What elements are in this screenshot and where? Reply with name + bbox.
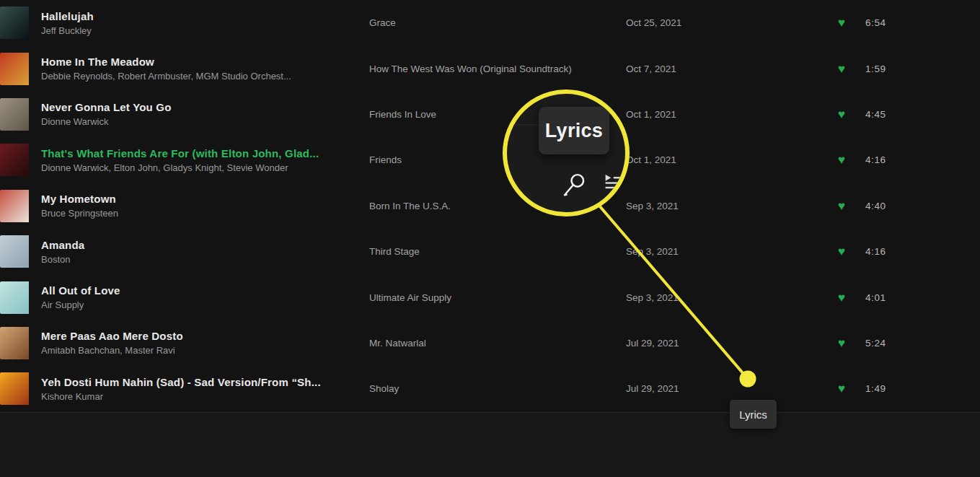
date-added: Oct 1, 2021 <box>626 154 838 165</box>
track-list: Hallelujah Jeff Buckley Grace Oct 25, 20… <box>0 0 980 412</box>
track-duration: 1:49 <box>865 383 909 394</box>
album-art[interactable] <box>0 327 29 359</box>
track-artists[interactable]: Debbie Reynolds, Robert Armbuster, MGM S… <box>41 71 369 82</box>
track-row[interactable]: Hallelujah Jeff Buckley Grace Oct 25, 20… <box>0 0 980 45</box>
album-art[interactable] <box>0 372 29 405</box>
date-added: Sep 3, 2021 <box>626 292 838 303</box>
magnified-lyrics-microphone-icon <box>560 172 586 199</box>
track-title[interactable]: Hallelujah <box>41 10 369 22</box>
track-row[interactable]: Mere Paas Aao Mere Dosto Amitabh Bachcha… <box>0 320 980 366</box>
album-art[interactable] <box>0 6 29 39</box>
album-art[interactable] <box>0 281 29 314</box>
liked-heart-icon[interactable]: ♥ <box>838 245 865 258</box>
track-info: Hallelujah Jeff Buckley <box>41 10 369 36</box>
album-art[interactable] <box>0 235 29 268</box>
date-added: Sep 3, 2021 <box>626 201 838 211</box>
liked-heart-icon[interactable]: ♥ <box>838 337 865 349</box>
track-info: Home In The Meadow Debbie Reynolds, Robe… <box>41 56 369 82</box>
track-row[interactable]: All Out of Love Air Supply Ultimate Air … <box>0 274 980 320</box>
track-title[interactable]: That's What Friends Are For (with Elton … <box>41 147 369 159</box>
track-duration: 4:16 <box>865 246 909 257</box>
track-title[interactable]: Yeh Dosti Hum Nahin (Sad) - Sad Version/… <box>41 376 369 388</box>
magnified-lyrics-tooltip: Lyrics <box>539 107 609 154</box>
liked-heart-icon[interactable]: ♥ <box>838 17 865 29</box>
player-bar: ♥ <box>0 412 980 477</box>
track-info: Mere Paas Aao Mere Dosto Amitabh Bachcha… <box>41 330 369 356</box>
album-art[interactable] <box>0 53 29 85</box>
track-info: All Out of Love Air Supply <box>41 284 369 310</box>
track-title[interactable]: My Hometown <box>41 193 369 205</box>
track-title[interactable]: Mere Paas Aao Mere Dosto <box>41 330 369 342</box>
track-title[interactable]: Never Gonna Let You Go <box>41 101 369 113</box>
track-duration: 4:40 <box>865 201 909 211</box>
date-added: Oct 25, 2021 <box>626 17 838 28</box>
album-name[interactable]: Mr. Natwarlal <box>369 338 626 349</box>
track-row[interactable]: My Hometown Bruce Springsteen Born In Th… <box>0 183 980 229</box>
track-artists[interactable]: Dionne Warwick, Elton John, Gladys Knigh… <box>41 162 369 173</box>
track-title[interactable]: Amanda <box>41 239 369 251</box>
track-duration: 5:24 <box>865 338 909 349</box>
track-duration: 4:01 <box>865 292 909 303</box>
liked-heart-icon[interactable]: ♥ <box>838 382 865 395</box>
album-name[interactable]: Sholay <box>369 383 626 394</box>
track-info: Amanda Boston <box>41 239 369 265</box>
album-name[interactable]: Grace <box>369 17 626 28</box>
track-info: Yeh Dosti Hum Nahin (Sad) - Sad Version/… <box>41 376 369 402</box>
date-added: Jul 29, 2021 <box>626 338 838 349</box>
spotify-app: Hallelujah Jeff Buckley Grace Oct 25, 20… <box>0 0 980 477</box>
date-added: Sep 3, 2021 <box>626 246 838 257</box>
track-artists[interactable]: Dionne Warwick <box>41 116 369 127</box>
track-duration: 4:16 <box>865 154 909 165</box>
track-artists[interactable]: Boston <box>41 254 369 265</box>
track-duration: 4:45 <box>865 109 909 120</box>
lyrics-tooltip: Lyrics <box>730 400 777 429</box>
track-artists[interactable]: Amitabh Bachchan, Master Ravi <box>41 345 369 356</box>
track-info: That's What Friends Are For (with Elton … <box>41 147 369 173</box>
album-name[interactable]: How The West Was Won (Original Soundtrac… <box>369 64 626 74</box>
liked-heart-icon[interactable]: ♥ <box>838 63 865 75</box>
track-row[interactable]: Yeh Dosti Hum Nahin (Sad) - Sad Version/… <box>0 366 980 411</box>
date-added: Jul 29, 2021 <box>626 383 838 394</box>
track-duration: 6:54 <box>865 17 909 28</box>
track-artists[interactable]: Air Supply <box>41 299 369 310</box>
track-info: My Hometown Bruce Springsteen <box>41 193 369 219</box>
date-added: Oct 1, 2021 <box>626 109 838 120</box>
track-artists[interactable]: Kishore Kumar <box>41 391 369 402</box>
track-artists[interactable]: Bruce Springsteen <box>41 208 369 219</box>
date-added: Oct 7, 2021 <box>626 64 838 74</box>
album-art[interactable] <box>0 144 29 176</box>
track-artists[interactable]: Jeff Buckley <box>41 25 369 36</box>
liked-heart-icon[interactable]: ♥ <box>838 292 865 304</box>
liked-heart-icon[interactable]: ♥ <box>838 154 865 166</box>
album-name[interactable]: Ultimate Air Supply <box>369 292 626 303</box>
album-name[interactable]: Third Stage <box>369 246 626 257</box>
track-duration: 1:59 <box>865 64 909 74</box>
album-art[interactable] <box>0 98 29 131</box>
track-row[interactable]: Home In The Meadow Debbie Reynolds, Robe… <box>0 45 980 91</box>
liked-heart-icon[interactable]: ♥ <box>838 200 865 212</box>
track-row[interactable]: Amanda Boston Third Stage Sep 3, 2021 ♥ … <box>0 229 980 274</box>
magnified-divider <box>507 124 540 126</box>
track-row[interactable]: Never Gonna Let You Go Dionne Warwick Fr… <box>0 92 980 137</box>
track-title[interactable]: Home In The Meadow <box>41 56 369 68</box>
album-art[interactable] <box>0 190 29 222</box>
track-info: Never Gonna Let You Go Dionne Warwick <box>41 101 369 127</box>
callout-magnifier-circle: Lyrics <box>503 89 630 216</box>
liked-heart-icon[interactable]: ♥ <box>838 108 865 121</box>
track-title[interactable]: All Out of Love <box>41 284 369 297</box>
track-row[interactable]: That's What Friends Are For (with Elton … <box>0 137 980 183</box>
